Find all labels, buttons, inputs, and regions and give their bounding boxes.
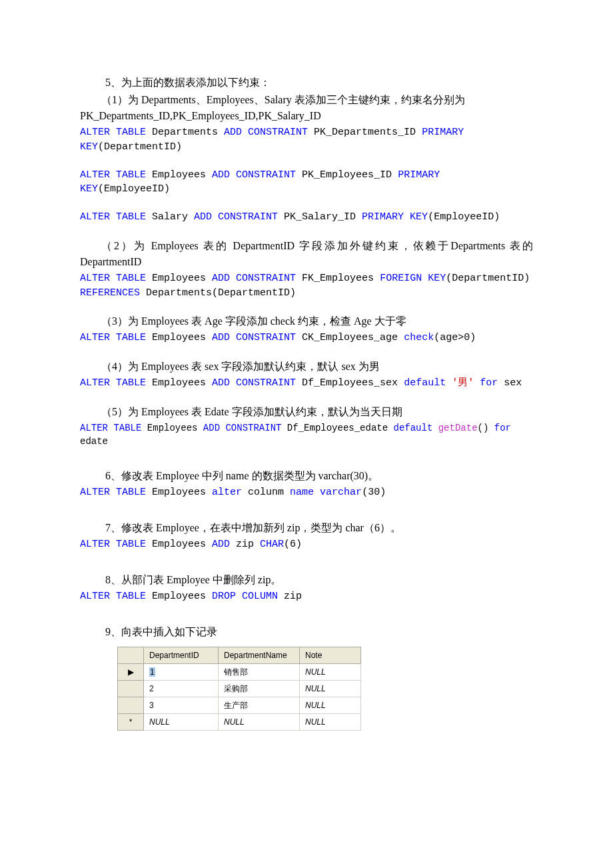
kw: ALTER TABLE: [80, 487, 146, 498]
kw: ADD CONSTRAINT: [224, 127, 308, 138]
cell-departmentname[interactable]: 采购部: [219, 680, 300, 697]
q5-s3-text: （3）为 Employees 表 Age 字段添加 check 约束，检查 Ag…: [80, 313, 533, 329]
kw: ADD CONSTRAINT: [212, 332, 296, 343]
table-header-departmentname: DepartmentName: [219, 647, 300, 663]
q7-code: ALTER TABLE Employees ADD zip CHAR(6): [80, 537, 533, 552]
cell-departmentname[interactable]: NULL: [219, 713, 300, 730]
q5-s2-code: ALTER TABLE Employees ADD CONSTRAINT FK_…: [80, 271, 533, 301]
kw: ALTER TABLE: [80, 169, 146, 181]
txt: (EmployeeID): [428, 211, 500, 223]
table-row[interactable]: *NULLNULLNULL: [118, 713, 361, 730]
txt: (6): [284, 539, 302, 550]
q5-s1-text: （1）为 Departments、Employees、Salary 表添加三个主…: [80, 92, 533, 124]
txt: (): [478, 423, 494, 433]
txt: Employees: [146, 487, 212, 498]
kw: check: [404, 332, 434, 343]
kw: ALTER TABLE: [80, 377, 146, 389]
q8-heading: 8、从部门表 Employee 中删除列 zip。: [105, 572, 533, 588]
q6-heading: 6、修改表 Employee 中列 name 的数据类型为 varchar(30…: [105, 468, 533, 484]
txt: (DepartmentID): [446, 273, 536, 284]
cell-departmentname[interactable]: 生产部: [219, 697, 300, 713]
txt: Employees: [146, 377, 212, 389]
kw: ADD CONSTRAINT: [212, 273, 296, 284]
cell-note[interactable]: NULL: [300, 697, 361, 713]
q5-s4-code: ALTER TABLE Employees ADD CONSTRAINT Df_…: [80, 376, 533, 391]
txt: (age>0): [434, 332, 476, 343]
table-row[interactable]: ▶1销售部NULL: [118, 663, 361, 680]
txt: PK_Departments_ID: [308, 127, 422, 138]
kw: ALTER TABLE: [80, 591, 146, 602]
cell-note[interactable]: NULL: [300, 663, 361, 680]
table-row[interactable]: 3生产部NULL: [118, 697, 361, 713]
q5-s3-code: ALTER TABLE Employees ADD CONSTRAINT CK_…: [80, 331, 533, 345]
kw: ADD CONSTRAINT: [194, 211, 278, 223]
fn: getDate: [438, 423, 478, 433]
txt: CK_Employees_age: [296, 332, 404, 343]
kw: FOREIGN KEY: [380, 273, 446, 284]
cell-departmentid[interactable]: NULL: [144, 713, 219, 730]
kw: ALTER TABLE: [80, 332, 146, 343]
q5-s4-text: （4）为 Employees 表 sex 字段添加默认约束，默认 sex 为男: [80, 359, 533, 375]
txt: Employees: [146, 332, 212, 343]
txt: [474, 377, 480, 389]
txt: [446, 377, 452, 389]
txt: Employees: [146, 539, 212, 550]
q7-heading: 7、修改表 Employee，在表中增加新列 zip，类型为 char（6）。: [105, 520, 533, 536]
txt: Employees: [146, 169, 212, 181]
kw: DROP COLUMN: [212, 591, 278, 602]
cell-departmentid[interactable]: 1: [144, 663, 219, 680]
q5-heading: 5、为上面的数据表添加以下约束：: [105, 75, 533, 91]
kw: ALTER TABLE: [80, 539, 146, 550]
table-header-departmentid: DepartmentID: [144, 647, 219, 663]
q5-s1-code1: ALTER TABLE Departments ADD CONSTRAINT P…: [80, 125, 533, 155]
cell-note[interactable]: NULL: [300, 680, 361, 697]
kw: alter: [212, 487, 242, 498]
row-selector[interactable]: *: [118, 713, 144, 730]
table-header-row: DepartmentID DepartmentName Note: [118, 647, 361, 663]
row-selector[interactable]: ▶: [118, 663, 144, 680]
txt: Departments(DepartmentID): [140, 287, 296, 299]
row-selector[interactable]: [118, 697, 144, 713]
txt: (DepartmentID): [98, 141, 182, 153]
kw: REFERENCES: [80, 287, 140, 299]
txt: Employees: [146, 591, 212, 602]
kw: default: [404, 377, 446, 389]
txt: (30): [362, 487, 386, 498]
cell-note[interactable]: NULL: [300, 713, 361, 730]
txt: Df_Employees_edate: [281, 423, 393, 433]
kw: ALTER TABLE: [80, 273, 146, 284]
table-header-selector: [118, 647, 144, 663]
txt: zip: [278, 591, 302, 602]
cell-departmentid[interactable]: 2: [144, 680, 219, 697]
txt: PK_Salary_ID: [278, 211, 362, 223]
txt: Salary: [146, 211, 194, 223]
txt: Employees: [141, 423, 203, 433]
kw: ALTER TABLE: [80, 423, 141, 433]
kw: default: [394, 423, 433, 433]
q5-s1-code2: ALTER TABLE Employees ADD CONSTRAINT PK_…: [80, 168, 533, 197]
txt: FK_Employees: [296, 273, 380, 284]
table-row[interactable]: 2采购部NULL: [118, 680, 361, 697]
kw: ALTER TABLE: [80, 211, 146, 223]
row-selector[interactable]: [118, 680, 144, 697]
table-header-note: Note: [300, 647, 361, 663]
q5-s5-text: （5）为 Employees 表 Edate 字段添加默认约束，默认为当天日期: [80, 404, 533, 420]
txt: Employees: [146, 273, 212, 284]
departments-table: DepartmentID DepartmentName Note ▶1销售部NU…: [117, 647, 533, 731]
cell-departmentname[interactable]: 销售部: [219, 663, 300, 680]
txt: (EmployeeID): [98, 183, 170, 195]
q8-code: ALTER TABLE Employees DROP COLUMN zip: [80, 589, 533, 604]
kw: ADD CONSTRAINT: [212, 169, 296, 181]
txt: PK_Employees_ID: [296, 169, 398, 181]
cell-departmentid[interactable]: 3: [144, 697, 219, 713]
q5-s2-text: （2）为 Employees 表的 DepartmentID 字段添加外键约束，…: [80, 238, 533, 270]
kw: ALTER TABLE: [80, 127, 146, 138]
kw: ADD CONSTRAINT: [203, 423, 282, 433]
kw: CHAR: [260, 539, 284, 550]
q5-s5-code: ALTER TABLE Employees ADD CONSTRAINT Df_…: [80, 421, 533, 449]
q9-heading: 9、向表中插入如下记录: [105, 624, 533, 640]
kw: for: [480, 377, 498, 389]
txt: Df_Employees_sex: [296, 377, 404, 389]
txt: sex: [498, 377, 522, 389]
kw: ADD: [212, 539, 230, 550]
